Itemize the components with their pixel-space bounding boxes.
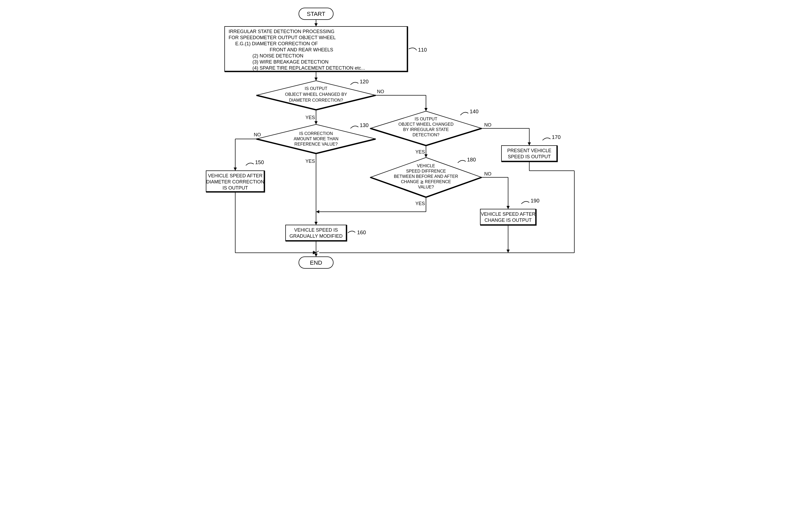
ref-130: 130 <box>360 122 368 128</box>
decision-130-line-1: AMOUNT MORE THAN <box>293 137 338 141</box>
flowchart: START IRREGULAR STATE DETECTION PROCESSI… <box>201 5 603 271</box>
decision-140-line-0: IS OUTPUT <box>415 117 437 121</box>
svg-marker-7 <box>424 108 427 111</box>
svg-marker-25 <box>316 210 319 213</box>
svg-marker-22 <box>507 206 510 209</box>
process-150-line-1: DIAMETER CORRECTION <box>206 179 264 185</box>
svg-marker-9 <box>314 121 317 125</box>
ref-150: 150 <box>255 159 264 165</box>
svg-marker-36 <box>507 250 510 253</box>
process-110-line-4: (2) NOISE DETECTION <box>253 53 303 58</box>
terminator-end: END <box>299 257 333 268</box>
process-170-line-0: PRESENT VEHICLE <box>507 148 551 153</box>
process-160-line-1: GRADUALLY MODIFIED <box>289 233 342 239</box>
svg-marker-2 <box>314 23 317 26</box>
ref-180: 180 <box>467 157 476 163</box>
decision-120-no: NO <box>377 89 384 94</box>
decision-130-yes: YES <box>306 158 315 164</box>
decision-180-line-1: SPEED DIFFRENCE <box>406 169 445 173</box>
decision-180-no: NO <box>484 171 491 176</box>
process-190-line-1: CHANGE IS OUTPUT <box>484 217 531 223</box>
decision-140-line-1: OBJECT WHEEL CHANGED <box>398 122 453 127</box>
process-190: VEHICLE SPEED AFTER CHANGE IS OUTPUT <box>480 209 536 225</box>
end-label: END <box>310 259 322 266</box>
process-190-line-0: VEHICLE SPEED AFTER <box>480 211 535 217</box>
decision-130-line-2: REFERENCE VALUE? <box>294 142 337 146</box>
process-110-line-2: E.G.(1) DIAMETER CORRECTION OF <box>235 41 318 46</box>
decision-140-line-3: DETECTION? <box>413 133 439 137</box>
decision-130-no: NO <box>254 132 261 137</box>
decision-180-line-4: VALUE? <box>418 185 434 189</box>
ref-140: 140 <box>470 109 478 114</box>
process-160-line-0: VEHICLE SPEED IS <box>294 227 338 233</box>
ref-110: 110 <box>418 47 427 53</box>
decision-120-line-2: DIAMETER CORRECTION? <box>289 98 343 102</box>
svg-line-38 <box>316 251 319 253</box>
decision-180-line-0: VEHICLE <box>417 164 435 168</box>
decision-140: IS OUTPUT OBJECT WHEEL CHANGED BY IRREGU… <box>370 111 481 146</box>
process-110: IRREGULAR STATE DETECTION PROCESSING FOR… <box>225 26 407 72</box>
process-110-line-5: (3) WIRE BREAKAGE DETECTION <box>253 59 328 64</box>
decision-140-yes: YES <box>415 149 425 155</box>
svg-marker-14 <box>314 222 317 225</box>
decision-140-line-2: BY IRREGULAR STATE <box>403 127 449 132</box>
process-150: VEHICLE SPEED AFTER DIAMETER CORRECTION … <box>206 171 264 192</box>
decision-180-yes: YES <box>415 201 425 206</box>
process-170-line-1: SPEED IS OUTPUT <box>508 154 550 159</box>
process-110-line-6: (4) SPARE TIRE REPLACEMENT DETECTION etc… <box>253 65 365 71</box>
decision-130: IS CORRECTION AMOUNT MORE THAN REFERENCE… <box>256 125 376 153</box>
decision-180: VEHICLE SPEED DIFFRENCE BETWEEN BEFORE A… <box>370 157 481 197</box>
decision-130-line-0: IS CORRECTION <box>299 131 333 136</box>
process-110-line-3: FRONT AND REAR WHEELS <box>270 47 333 52</box>
start-label: START <box>307 11 325 17</box>
decision-120-line-0: IS OUTPUT <box>305 86 327 91</box>
decision-180-line-3: CHANGE ≧ REFERENCE <box>401 179 451 184</box>
svg-marker-17 <box>528 142 531 146</box>
decision-120-yes: YES <box>306 115 315 120</box>
process-170: PRESENT VEHICLE SPEED IS OUTPUT <box>501 146 557 162</box>
terminator-start: START <box>299 8 333 20</box>
ref-160: 160 <box>357 229 366 235</box>
svg-marker-19 <box>424 154 427 157</box>
process-110-line-0: IRREGULAR STATE DETECTION PROCESSING <box>229 29 334 34</box>
decision-180-line-2: BETWEEN BEFORE AND AFTER <box>394 174 458 179</box>
ref-120: 120 <box>360 79 368 84</box>
ref-190: 190 <box>531 198 540 204</box>
svg-marker-30 <box>314 253 317 257</box>
process-160: VEHICLE SPEED IS GRADUALLY MODIFIED <box>286 225 347 241</box>
svg-marker-4 <box>314 78 317 81</box>
decision-120-line-1: OBJECT WHEEL CHANGED BY <box>285 92 347 97</box>
decision-140-no: NO <box>484 122 491 128</box>
process-150-line-2: IS OUTPUT <box>222 185 248 191</box>
process-150-line-0: VEHICLE SPEED AFTER <box>208 173 262 178</box>
process-110-line-1: FOR SPEEDOMETER OUTPUT OBJECT WHEEL <box>229 35 336 40</box>
svg-marker-12 <box>234 168 237 171</box>
decision-120: IS OUTPUT OBJECT WHEEL CHANGED BY DIAMET… <box>256 81 376 110</box>
ref-170: 170 <box>552 134 561 140</box>
